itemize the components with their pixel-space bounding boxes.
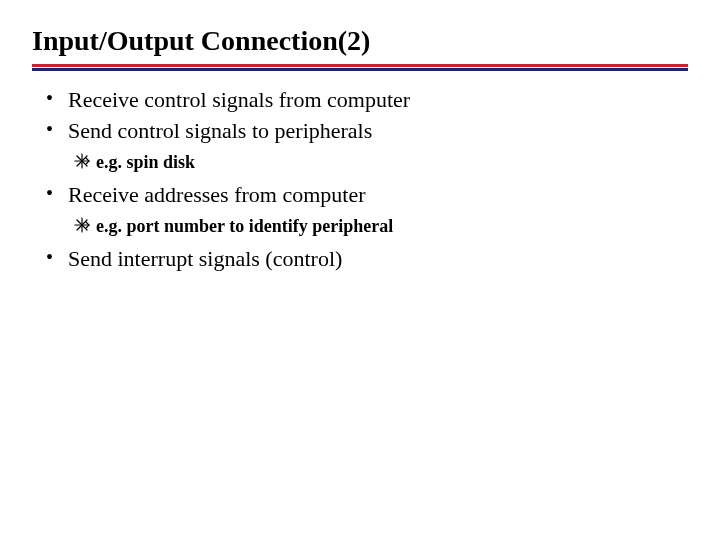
- title-rule: [32, 64, 688, 71]
- bullet-text: Send control signals to peripherals: [68, 118, 372, 143]
- bullet-text: Receive addresses from computer: [68, 182, 366, 207]
- bullet-text: Receive control signals from computer: [68, 87, 410, 112]
- sub-list: e.g. port number to identify peripheral: [68, 214, 688, 238]
- bullet-list: Receive control signals from computer Se…: [32, 85, 688, 274]
- sub-item: e.g. spin disk: [68, 150, 688, 174]
- arrow-star-icon: [74, 217, 90, 233]
- bullet-text: Send interrupt signals (control): [68, 246, 342, 271]
- bullet-item: Send control signals to peripherals e.g.…: [32, 116, 688, 174]
- sub-text: e.g. spin disk: [96, 152, 195, 172]
- bullet-item: Receive control signals from computer: [32, 85, 688, 115]
- arrow-star-icon: [74, 153, 90, 169]
- slide-title: Input/Output Connection(2): [32, 24, 688, 64]
- sub-list: e.g. spin disk: [68, 150, 688, 174]
- bullet-item: Send interrupt signals (control): [32, 244, 688, 274]
- sub-text: e.g. port number to identify peripheral: [96, 216, 393, 236]
- bullet-item: Receive addresses from computer e.g. por…: [32, 180, 688, 238]
- sub-item: e.g. port number to identify peripheral: [68, 214, 688, 238]
